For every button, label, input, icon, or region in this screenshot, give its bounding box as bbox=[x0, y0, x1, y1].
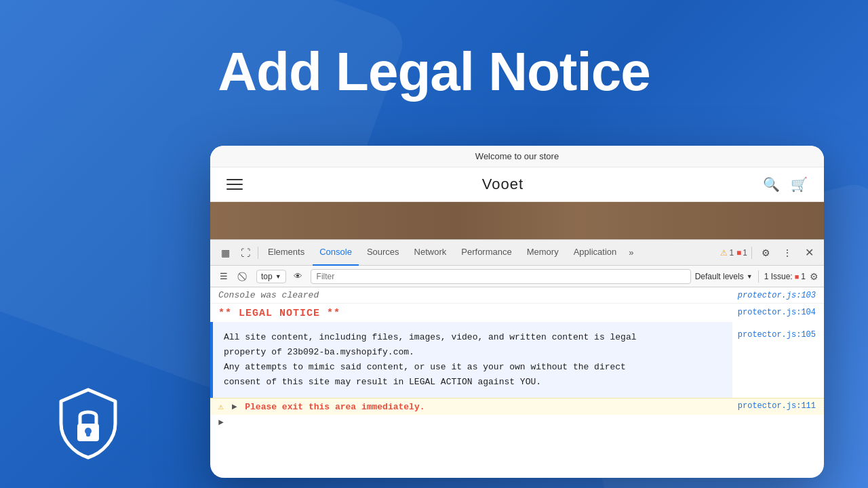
warning-content: ⚠ ► Please exit this area immediately. bbox=[218, 401, 425, 412]
console-warning-row: ⚠ ► Please exit this area immediately. p… bbox=[210, 398, 824, 415]
console-legal-header-row: ** LEGAL NOTICE ** protector.js:104 bbox=[210, 304, 824, 322]
console-arrow-row: ► bbox=[210, 415, 824, 430]
warning-badge[interactable]: ⚠ 1 bbox=[720, 248, 734, 258]
warning-triangle-icon: ⚠ bbox=[218, 402, 224, 412]
secondary-separator bbox=[758, 270, 759, 283]
console-cleared-text: Console was cleared bbox=[218, 290, 319, 300]
sidebar-toggle-icon[interactable]: ☰ bbox=[216, 268, 232, 285]
legal-line-2: property of 23b092-ba.myshopify.com. bbox=[224, 345, 722, 360]
more-options-icon[interactable]: ⋮ bbox=[778, 243, 797, 262]
expand-arrow-icon[interactable]: ► bbox=[218, 418, 224, 428]
store-topbar-text: Welcome to our store bbox=[475, 151, 559, 161]
console-link-104[interactable]: protector.js:104 bbox=[738, 308, 816, 317]
tab-sources[interactable]: Sources bbox=[360, 240, 406, 266]
console-link-103[interactable]: protector.js:103 bbox=[738, 291, 816, 300]
devtools-toolbar: ▦ ⛶ Elements Console Sources Network Per… bbox=[210, 240, 824, 266]
default-levels-button[interactable]: Default levels ▼ bbox=[695, 272, 753, 281]
legal-line-3: Any attempts to mimic said content, or u… bbox=[224, 360, 722, 375]
legal-line-1: All site content, including files, image… bbox=[224, 330, 722, 345]
clear-console-icon[interactable]: ⃠ bbox=[236, 268, 252, 285]
store-logo: Vooet bbox=[482, 176, 524, 193]
tab-more-button[interactable]: » bbox=[625, 245, 637, 260]
console-cleared-row: Console was cleared protector.js:103 bbox=[210, 287, 824, 304]
warning-arrow-icon: ► bbox=[232, 402, 237, 412]
search-icon[interactable]: 🔍 bbox=[763, 176, 780, 192]
shield-lock-icon bbox=[54, 386, 122, 461]
device-icon[interactable]: ⛶ bbox=[236, 243, 255, 262]
badge-separator bbox=[751, 247, 752, 259]
devtools-panel: ▦ ⛶ Elements Console Sources Network Per… bbox=[210, 239, 824, 430]
chevron-down-icon: ▼ bbox=[275, 273, 281, 280]
issue-error-icon: ■ bbox=[795, 272, 800, 281]
error-icon: ■ bbox=[736, 248, 741, 258]
tab-performance[interactable]: Performance bbox=[454, 240, 518, 266]
console-legal-body: All site content, including files, image… bbox=[210, 322, 732, 398]
error-badge[interactable]: ■ 1 bbox=[736, 248, 747, 258]
warning-text: Please exit this area immediately. bbox=[245, 402, 425, 412]
console-link-111[interactable]: protector.js:111 bbox=[738, 401, 816, 411]
console-link-105[interactable]: protector.js:105 bbox=[732, 322, 824, 340]
devtools-secondary-toolbar: ☰ ⃠ top ▼ 👁 Default levels ▼ 1 Issue: ■ … bbox=[210, 266, 824, 287]
context-selector[interactable]: top ▼ bbox=[256, 270, 286, 283]
eye-icon[interactable]: 👁 bbox=[290, 268, 307, 285]
console-filter-input[interactable] bbox=[311, 269, 691, 284]
store-topbar: Welcome to our store bbox=[210, 146, 824, 167]
legal-notice-title: ** LEGAL NOTICE ** bbox=[218, 308, 340, 319]
page-title: Add Legal Notice bbox=[0, 41, 868, 103]
tab-elements[interactable]: Elements bbox=[261, 240, 311, 266]
legal-body-wrapper: All site content, including files, image… bbox=[210, 322, 824, 398]
console-output: Console was cleared protector.js:103 ** … bbox=[210, 287, 824, 430]
store-nav-icons: 🔍 🛒 bbox=[763, 176, 808, 192]
legal-line-4: consent of this site may result in LEGAL… bbox=[224, 375, 722, 390]
issue-badge[interactable]: 1 Issue: ■ 1 bbox=[764, 272, 806, 281]
store-nav: Vooet 🔍 🛒 bbox=[210, 167, 824, 202]
hamburger-icon[interactable] bbox=[226, 179, 243, 190]
store-hero-banner bbox=[210, 202, 824, 239]
settings-icon[interactable]: ⚙ bbox=[756, 243, 775, 262]
warning-icon: ⚠ bbox=[720, 248, 728, 258]
tab-memory[interactable]: Memory bbox=[520, 240, 566, 266]
cart-icon[interactable]: 🛒 bbox=[791, 176, 808, 192]
tab-network[interactable]: Network bbox=[408, 240, 454, 266]
close-devtools-button[interactable]: ✕ bbox=[800, 243, 818, 262]
svg-rect-2 bbox=[86, 431, 90, 436]
browser-card: Welcome to our store Vooet 🔍 🛒 ▦ ⛶ Eleme… bbox=[210, 146, 824, 478]
chevron-down-icon-2: ▼ bbox=[747, 273, 753, 280]
console-settings-icon[interactable]: ⚙ bbox=[810, 271, 818, 282]
tab-application[interactable]: Application bbox=[567, 240, 624, 266]
toolbar-separator bbox=[258, 247, 258, 259]
tab-console[interactable]: Console bbox=[313, 240, 359, 266]
inspector-icon[interactable]: ▦ bbox=[216, 243, 235, 262]
toolbar-right: ⚠ 1 ■ 1 ⚙ ⋮ ✕ bbox=[720, 243, 818, 262]
